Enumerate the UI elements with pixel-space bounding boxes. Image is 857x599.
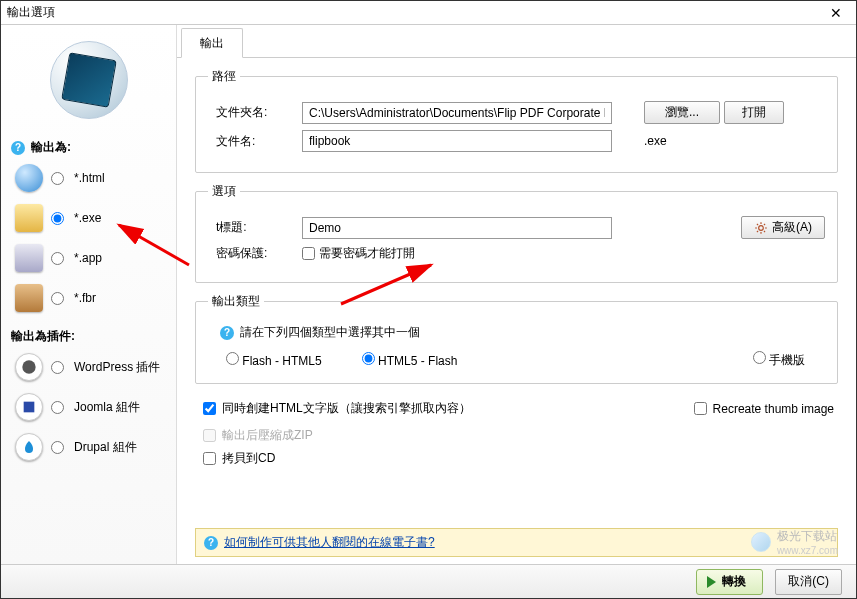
recreate-thumb-checkbox[interactable]: Recreate thumb image	[694, 400, 834, 417]
format-label: *.app	[74, 251, 102, 265]
open-button[interactable]: 打開	[724, 101, 784, 124]
format-option-html[interactable]: *.html	[15, 164, 166, 192]
app-icon	[15, 244, 43, 272]
wordpress-icon	[15, 353, 43, 381]
format-option-exe[interactable]: *.exe	[15, 204, 166, 232]
folder-input[interactable]	[302, 102, 612, 124]
tab-output[interactable]: 輸出	[181, 28, 243, 58]
convert-button[interactable]: 轉換	[696, 569, 763, 595]
svg-rect-1	[24, 402, 35, 413]
plugin-label: Joomla 組件	[74, 399, 140, 416]
type-html5-flash[interactable]: HTML5 - Flash	[362, 352, 458, 368]
gear-icon	[754, 221, 768, 235]
cancel-button[interactable]: 取消(C)	[775, 569, 842, 595]
play-icon	[707, 576, 716, 588]
type-flash-html5[interactable]: Flash - HTML5	[226, 352, 322, 368]
plugin-label: WordPress 插件	[74, 359, 160, 376]
title-input[interactable]	[302, 217, 612, 239]
content-panel: 輸出 路徑 文件夾名: 瀏覽... 打開 文件名: .exe 選項 t標題:	[177, 25, 856, 565]
format-label: *.html	[74, 171, 105, 185]
help-icon[interactable]: ?	[204, 536, 218, 550]
format-option-app[interactable]: *.app	[15, 244, 166, 272]
svg-point-2	[759, 225, 764, 230]
file-extension: .exe	[644, 134, 667, 148]
app-logo	[11, 31, 166, 133]
folder-label: 文件夾名:	[208, 104, 298, 121]
close-icon[interactable]: ✕	[822, 4, 850, 22]
create-html-checkbox[interactable]: 同時創建HTML文字版（讓搜索引擎抓取內容）	[203, 400, 471, 417]
filename-input[interactable]	[302, 130, 612, 152]
drupal-icon	[15, 433, 43, 461]
plugin-option-drupal[interactable]: Drupal 組件	[15, 433, 166, 461]
options-group: 選項 t標題: 高級(A) 密碼保護: 需要密碼才能打開	[195, 183, 838, 283]
password-checkbox[interactable]: 需要密碼才能打開	[302, 245, 415, 262]
copy-cd-checkbox[interactable]: 拷貝到CD	[203, 450, 856, 467]
plugins-label: 輸出為插件:	[11, 328, 75, 345]
format-label: *.fbr	[74, 291, 96, 305]
plugin-option-joomla[interactable]: Joomla 組件	[15, 393, 166, 421]
help-bar: ? 如何制作可供其他人翻閱的在線電子書?	[195, 528, 838, 557]
type-legend: 輸出類型	[208, 293, 264, 310]
zip-checkbox: 輸出后壓縮成ZIP	[203, 427, 856, 444]
window-title: 輸出選項	[7, 4, 822, 21]
joomla-icon	[15, 393, 43, 421]
help-link[interactable]: 如何制作可供其他人翻閱的在線電子書?	[224, 534, 435, 551]
options-legend: 選項	[208, 183, 240, 200]
advanced-label: 高級(A)	[772, 219, 812, 236]
fbr-icon	[15, 284, 43, 312]
sidebar: ? 輸出為: *.html *.exe *.app *.fbr 輸出為插件:	[1, 25, 177, 565]
filename-label: 文件名:	[208, 133, 298, 150]
path-group: 路徑 文件夾名: 瀏覽... 打開 文件名: .exe	[195, 68, 838, 173]
globe-icon	[15, 164, 43, 192]
path-legend: 路徑	[208, 68, 240, 85]
type-hint: 請在下列四個類型中選擇其中一個	[240, 324, 420, 341]
browse-button[interactable]: 瀏覽...	[644, 101, 720, 124]
type-mobile[interactable]: 手機版	[753, 351, 805, 369]
output-type-group: 輸出類型 ? 請在下列四個類型中選擇其中一個 Flash - HTML5 HTM…	[195, 293, 838, 384]
format-label: *.exe	[74, 211, 101, 225]
title-label: t標題:	[208, 219, 298, 236]
info-icon: ?	[220, 326, 234, 340]
plugin-label: Drupal 組件	[74, 439, 137, 456]
exe-icon	[15, 204, 43, 232]
help-icon[interactable]: ?	[11, 141, 25, 155]
svg-point-0	[22, 360, 35, 373]
plugin-option-wordpress[interactable]: WordPress 插件	[15, 353, 166, 381]
advanced-button[interactable]: 高級(A)	[741, 216, 825, 239]
password-label: 密碼保護:	[208, 245, 298, 262]
output-as-label: 輸出為:	[31, 139, 71, 156]
format-option-fbr[interactable]: *.fbr	[15, 284, 166, 312]
